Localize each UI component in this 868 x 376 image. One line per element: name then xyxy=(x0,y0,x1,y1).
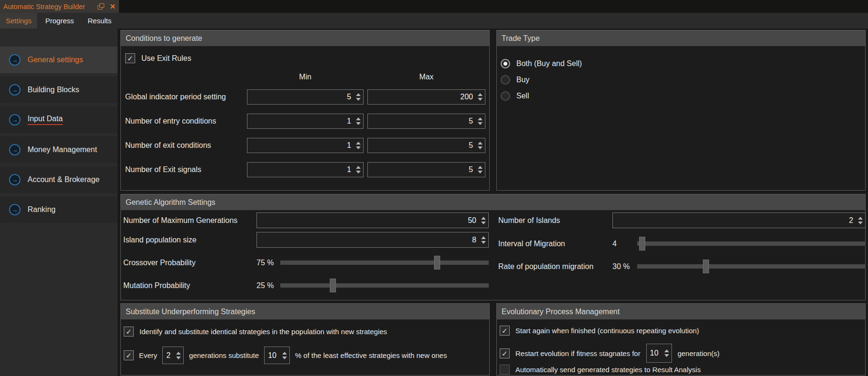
sidebar-item-input-data[interactable]: → Input Data xyxy=(0,106,118,133)
spin-up-icon[interactable] xyxy=(176,352,181,355)
slider-track[interactable] xyxy=(637,241,866,246)
sidebar-item-general-settings[interactable]: → General settings xyxy=(0,47,118,73)
spin-down-icon[interactable] xyxy=(356,171,361,174)
check-icon: ✓ xyxy=(126,352,132,359)
spin-down-icon[interactable] xyxy=(282,357,287,359)
slider-thumb[interactable] xyxy=(703,260,709,273)
titlebar: Automatic Strategy Builder ✕ xyxy=(0,0,868,13)
spin-up-icon[interactable] xyxy=(478,93,483,96)
exit-signals-max-spinner[interactable]: 5 xyxy=(367,162,485,177)
spin-up-icon[interactable] xyxy=(356,142,361,145)
row-label: Crossover Probability xyxy=(123,259,256,267)
row-label: Interval of Migration xyxy=(498,240,612,248)
sidebar-item-building-blocks[interactable]: → Building Blocks xyxy=(0,77,118,103)
spin-up-icon[interactable] xyxy=(356,93,361,96)
close-icon[interactable]: ✕ xyxy=(109,3,116,10)
stagnation-generations-spinner[interactable]: 10 xyxy=(646,344,672,363)
start-again-checkbox[interactable]: ✓ xyxy=(500,326,510,336)
use-exit-rules-checkbox[interactable]: ✓ xyxy=(125,53,135,63)
panel-evolutionary-process-management: Evolutionary Process Management ✓ Start … xyxy=(496,303,866,376)
number-of-maximum-generations-spinner[interactable]: 50 xyxy=(256,212,489,228)
generations-interval-spinner[interactable]: 2 xyxy=(162,347,184,364)
spin-down-icon[interactable] xyxy=(478,122,483,125)
substitute-percent-spinner[interactable]: 10 xyxy=(264,347,290,364)
entry-conditions-min-spinner[interactable]: 1 xyxy=(247,114,364,129)
exit-conditions-min-spinner[interactable]: 1 xyxy=(247,138,364,153)
panel-header: Evolutionary Process Management xyxy=(497,304,865,319)
radio-label: Sell xyxy=(516,92,529,100)
trade-type-option-sell[interactable]: Sell xyxy=(497,89,865,103)
slider-thumb[interactable] xyxy=(434,256,440,270)
rate-of-population-migration-slider[interactable] xyxy=(637,259,866,274)
row-label: Global indicator period setting xyxy=(125,93,247,101)
spin-up-icon[interactable] xyxy=(664,349,669,352)
sidebar-item-ranking[interactable]: → Ranking xyxy=(0,196,118,223)
sidebar-item-account-brokerage[interactable]: → Account & Brokerage xyxy=(0,166,118,193)
island-population-size-spinner[interactable]: 8 xyxy=(256,232,489,248)
circle-arrow-icon: → xyxy=(9,54,20,66)
spin-down-icon[interactable] xyxy=(478,146,483,149)
spin-down-icon[interactable] xyxy=(481,222,486,224)
spin-down-icon[interactable] xyxy=(478,98,483,101)
circle-arrow-icon: → xyxy=(9,204,20,215)
slider-track[interactable] xyxy=(637,264,866,269)
trade-type-option-both[interactable]: Both (Buy and Sell) xyxy=(497,57,865,70)
global-indicator-period-max-spinner[interactable]: 200 xyxy=(367,89,485,105)
spin-down-icon[interactable] xyxy=(858,222,863,224)
interval-of-migration-slider[interactable] xyxy=(637,236,866,251)
sidebar-item-money-management[interactable]: → Money Management xyxy=(0,136,118,163)
radio-selected-icon[interactable] xyxy=(501,59,510,68)
trade-type-option-buy[interactable]: Buy xyxy=(497,73,865,87)
spin-down-icon[interactable] xyxy=(478,171,483,174)
spin-down-icon[interactable] xyxy=(664,354,669,357)
ga-row: Crossover Probability 75 % xyxy=(123,255,489,270)
spin-down-icon[interactable] xyxy=(356,98,361,101)
slider-thumb[interactable] xyxy=(639,237,645,251)
restore-window-icon[interactable] xyxy=(97,3,105,10)
identical-strategies-checkbox[interactable]: ✓ xyxy=(124,327,134,337)
circle-arrow-icon: → xyxy=(9,174,20,185)
spin-down-icon[interactable] xyxy=(356,122,361,125)
spin-up-icon[interactable] xyxy=(478,117,483,120)
tab-progress[interactable]: Progress xyxy=(39,13,79,29)
mutation-probability-slider[interactable] xyxy=(280,278,489,293)
row-label: Number of Exit signals xyxy=(125,165,247,174)
spin-up-icon[interactable] xyxy=(858,217,863,220)
row-text: Every xyxy=(139,351,157,359)
radio-icon[interactable] xyxy=(501,75,510,85)
row-label: Number of entry conditions xyxy=(125,117,247,125)
spin-down-icon[interactable] xyxy=(176,357,181,359)
slider-track[interactable] xyxy=(280,283,489,288)
window-title-tab[interactable]: Automatic Strategy Builder ✕ xyxy=(0,0,119,13)
window-title: Automatic Strategy Builder xyxy=(3,3,92,10)
radio-icon[interactable] xyxy=(501,91,510,101)
slider-thumb[interactable] xyxy=(330,279,336,292)
spin-up-icon[interactable] xyxy=(481,236,486,239)
min-max-header-row: Min Max xyxy=(125,69,487,85)
global-indicator-period-min-spinner[interactable]: 5 xyxy=(247,89,364,105)
auto-send-checkbox[interactable] xyxy=(500,365,510,375)
sidebar-item-label: Account & Brokerage xyxy=(28,175,99,184)
spin-up-icon[interactable] xyxy=(356,166,361,169)
spin-up-icon[interactable] xyxy=(478,166,483,169)
spin-down-icon[interactable] xyxy=(356,146,361,149)
exit-conditions-max-spinner[interactable]: 5 xyxy=(367,138,485,153)
number-of-islands-spinner[interactable]: 2 xyxy=(612,212,866,228)
tab-settings[interactable]: Settings xyxy=(0,13,37,29)
crossover-probability-slider[interactable] xyxy=(280,255,489,270)
entry-conditions-max-spinner[interactable]: 5 xyxy=(367,114,485,129)
spin-up-icon[interactable] xyxy=(478,142,483,145)
exit-signals-min-spinner[interactable]: 1 xyxy=(247,162,364,177)
panel-header: Genetic Algorithm Settings xyxy=(121,194,865,210)
radio-label: Buy xyxy=(516,76,530,84)
spin-up-icon[interactable] xyxy=(356,117,361,120)
panel-trade-type: Trade Type Both (Buy and Sell) Buy Sell xyxy=(496,30,866,191)
restart-evolution-checkbox[interactable]: ✓ xyxy=(500,348,510,358)
tab-results[interactable]: Results xyxy=(82,13,117,29)
panel-header: Trade Type xyxy=(497,30,865,46)
substitute-every-checkbox[interactable]: ✓ xyxy=(124,350,134,360)
spin-down-icon[interactable] xyxy=(481,241,486,244)
spin-up-icon[interactable] xyxy=(282,352,287,355)
slider-track[interactable] xyxy=(280,260,489,265)
spin-up-icon[interactable] xyxy=(481,217,486,220)
